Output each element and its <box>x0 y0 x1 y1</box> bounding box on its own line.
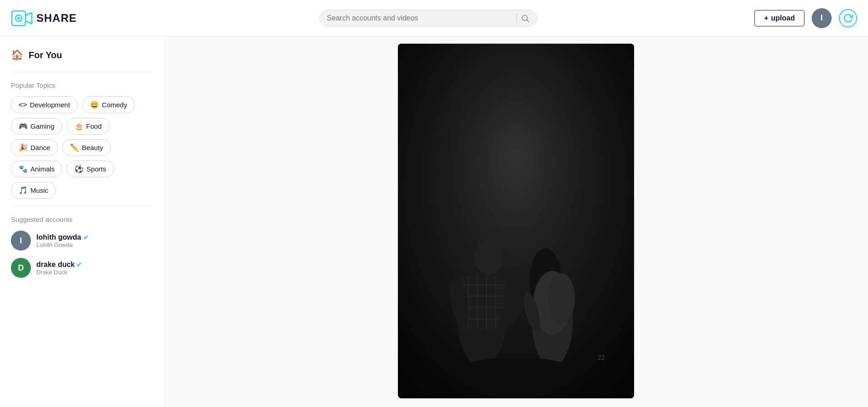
animals-icon: 🐾 <box>19 165 28 173</box>
svg-point-8 <box>474 240 503 275</box>
topic-label-beauty: Beauty <box>82 144 103 151</box>
account-item-lohith[interactable]: I lohith gowda ✔ Lohith Gowda <box>11 231 153 251</box>
search-input[interactable] <box>327 14 513 22</box>
avatar[interactable]: I <box>812 8 832 28</box>
comedy-icon: 😄 <box>90 100 99 109</box>
sports-icon: ⚽ <box>74 165 84 173</box>
header-right: + upload I <box>754 8 857 28</box>
upload-button[interactable]: + upload <box>754 10 804 26</box>
development-icon: <> <box>19 101 27 109</box>
verified-icon-lohith: ✔ <box>83 234 89 241</box>
account-name-drake: drake duck ✔ <box>36 261 82 269</box>
suggested-accounts-label: Suggested accounts <box>11 216 153 223</box>
header: SHARE + upload I <box>0 0 868 36</box>
gaming-icon: 🎮 <box>19 122 28 131</box>
search-bar <box>102 10 754 27</box>
svg-point-25 <box>548 273 575 323</box>
food-icon: 🎂 <box>74 122 84 131</box>
search-icon <box>521 14 530 23</box>
video-scene: 22 <box>398 44 634 398</box>
svg-point-26 <box>457 357 575 385</box>
topic-label-development: Development <box>30 101 70 109</box>
sidebar: 🏠 For You Popular Topics <> Development … <box>0 36 164 407</box>
topic-label-food: Food <box>86 122 102 130</box>
topic-chip-beauty[interactable]: ✏️ Beauty <box>62 139 111 156</box>
topic-label-gaming: Gaming <box>30 122 55 130</box>
topic-label-animals: Animals <box>30 165 55 173</box>
beauty-icon: ✏️ <box>70 143 79 152</box>
search-divider <box>516 14 517 23</box>
svg-text:22: 22 <box>598 354 605 361</box>
logo-area: SHARE <box>11 7 102 29</box>
search-button[interactable] <box>521 14 530 23</box>
divider-bottom <box>11 206 153 206</box>
popular-topics-label: Popular Topics <box>11 81 153 89</box>
for-you-label: For You <box>29 50 62 60</box>
svg-rect-6 <box>398 44 634 398</box>
account-info-lohith: lohith gowda ✔ Lohith Gowda <box>36 233 89 248</box>
topics-grid: <> Development 😄 Comedy 🎮 Gaming 🎂 Food … <box>11 96 153 199</box>
topic-chip-development[interactable]: <> Development <box>11 96 78 113</box>
topic-chip-comedy[interactable]: 😄 Comedy <box>82 96 135 113</box>
home-icon: 🏠 <box>11 49 23 61</box>
refresh-icon <box>843 13 853 23</box>
music-icon: 🎵 <box>19 186 28 195</box>
account-item-drake[interactable]: D drake duck ✔ Drake Duck <box>11 258 153 278</box>
topic-label-sports: Sports <box>86 165 106 173</box>
video-card[interactable]: 22 <box>398 44 634 398</box>
search-input-wrapper[interactable] <box>319 10 537 27</box>
avatar-drake: D <box>11 258 31 278</box>
logo-text: SHARE <box>36 12 77 25</box>
account-info-drake: drake duck ✔ Drake Duck <box>36 261 82 276</box>
verified-icon-drake: ✔ <box>76 261 82 268</box>
account-handle-lohith: Lohith Gowda <box>36 241 89 248</box>
dance-icon: 🎉 <box>19 143 28 152</box>
avatar-lohith: I <box>11 231 31 251</box>
divider-top <box>11 72 153 72</box>
logo-icon <box>11 7 33 29</box>
topic-chip-music[interactable]: 🎵 Music <box>11 182 56 199</box>
topic-chip-gaming[interactable]: 🎮 Gaming <box>11 118 62 135</box>
topic-chip-animals[interactable]: 🐾 Animals <box>11 161 62 177</box>
topic-label-dance: Dance <box>30 144 50 151</box>
topic-chip-sports[interactable]: ⚽ Sports <box>67 161 114 177</box>
refresh-button[interactable] <box>839 9 857 27</box>
upload-plus-icon: + <box>764 14 768 22</box>
upload-label: upload <box>771 14 795 22</box>
svg-point-2 <box>17 17 20 20</box>
topic-label-comedy: Comedy <box>102 101 127 109</box>
account-handle-drake: Drake Duck <box>36 269 82 276</box>
topic-chip-dance[interactable]: 🎉 Dance <box>11 139 58 156</box>
account-name-lohith: lohith gowda ✔ <box>36 233 89 241</box>
svg-line-4 <box>526 20 529 22</box>
content-area: 22 <box>164 36 868 407</box>
for-you-section[interactable]: 🏠 For You <box>11 49 153 61</box>
main-layout: 🏠 For You Popular Topics <> Development … <box>0 36 868 407</box>
topic-label-music: Music <box>30 186 48 194</box>
topic-chip-food[interactable]: 🎂 Food <box>67 118 109 135</box>
